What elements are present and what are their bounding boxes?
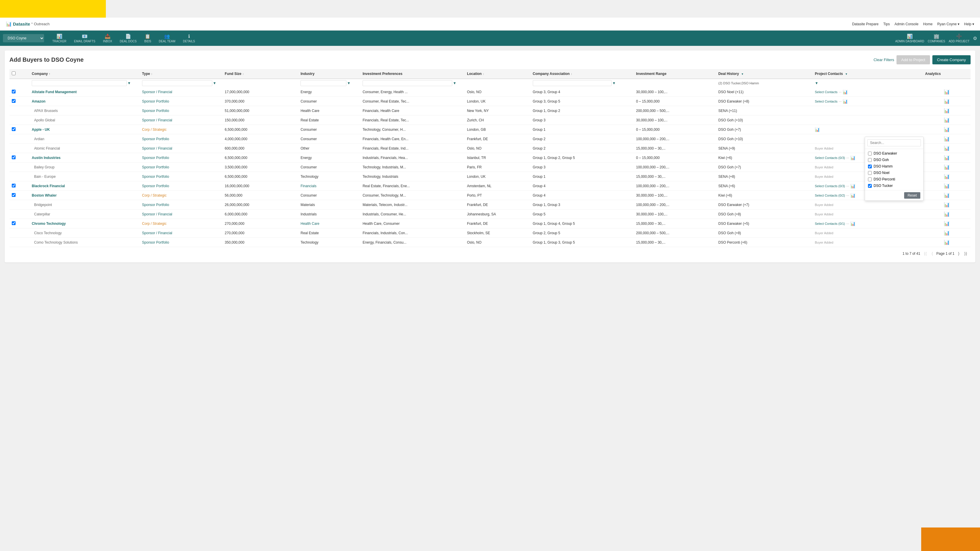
row-analytics[interactable]: 📊 bbox=[923, 106, 970, 116]
contacts-dots-menu[interactable]: ··· bbox=[838, 90, 842, 94]
nav-tracker[interactable]: 📊 TRACKER bbox=[49, 32, 70, 44]
filter-company-input[interactable] bbox=[32, 80, 127, 86]
row-checkbox[interactable] bbox=[12, 90, 16, 94]
dropdown-item-perconti[interactable]: DSO Perconti bbox=[865, 176, 923, 183]
row-checkbox[interactable] bbox=[12, 156, 16, 159]
deal-history-filter-icon[interactable] bbox=[741, 72, 744, 76]
select-contacts-link[interactable]: Select Contacts (0/2) bbox=[815, 194, 845, 197]
row-analytics[interactable]: 📊 bbox=[923, 200, 970, 210]
dropdown-checkbox-perconti[interactable] bbox=[868, 178, 872, 181]
header-type[interactable]: Type bbox=[140, 69, 222, 79]
header-company[interactable]: Company bbox=[29, 69, 140, 79]
row-company[interactable]: Austin Industries bbox=[29, 153, 140, 162]
select-contacts-link[interactable]: Select Contacts (0/3) bbox=[815, 184, 845, 188]
pagination-next[interactable]: ⟩ bbox=[957, 251, 961, 257]
row-analytics[interactable]: 📊 bbox=[923, 116, 970, 125]
company-sort-icon[interactable] bbox=[49, 72, 50, 76]
nav-help[interactable]: Help ▾ bbox=[964, 22, 974, 26]
nav-user[interactable]: Ryan Coyne ▾ bbox=[937, 22, 959, 26]
analytics-icon[interactable]: 📊 bbox=[944, 202, 950, 207]
row-checkbox[interactable] bbox=[12, 193, 16, 197]
nav-companies[interactable]: 🏢 COMPANIES bbox=[928, 33, 945, 43]
dropdown-reset-button[interactable]: Reset bbox=[904, 192, 920, 198]
filter-company-funnel[interactable]: ▼ bbox=[127, 81, 131, 85]
nav-email-drafts[interactable]: 📧 EMAIL DRAFTS bbox=[70, 32, 99, 44]
analytics-icon[interactable]: 📊 bbox=[944, 183, 950, 188]
contacts-dots-menu[interactable]: ··· bbox=[846, 222, 849, 226]
analytics-icon[interactable]: 📊 bbox=[944, 174, 950, 179]
dropdown-checkbox-noel[interactable] bbox=[868, 171, 872, 175]
nav-details[interactable]: ℹ DETAILS bbox=[179, 32, 199, 44]
location-sort-icon[interactable] bbox=[482, 72, 484, 76]
create-company-button[interactable]: Create Company bbox=[932, 55, 970, 64]
analytics-icon[interactable]: 📊 bbox=[944, 193, 950, 198]
nav-tips[interactable]: Tips bbox=[883, 22, 890, 26]
row-checkbox[interactable] bbox=[12, 99, 16, 103]
analytics-icon[interactable]: 📊 bbox=[944, 146, 950, 151]
filter-industry-funnel[interactable]: ▼ bbox=[347, 81, 350, 85]
assoc-sort-icon[interactable] bbox=[571, 72, 572, 76]
nav-home[interactable]: Home bbox=[923, 22, 933, 26]
fund-sort-icon[interactable] bbox=[242, 72, 244, 76]
pagination-last[interactable]: ⟩⟩ bbox=[963, 251, 968, 257]
select-contacts-link[interactable]: Select Contacts (0/3) bbox=[815, 156, 845, 160]
row-analytics[interactable]: 📊 bbox=[923, 238, 970, 247]
analytics-icon[interactable]: 📊 bbox=[944, 155, 950, 160]
pagination-prev[interactable]: ⟨ bbox=[930, 251, 934, 257]
filter-company-assoc-funnel[interactable]: ▼ bbox=[612, 81, 616, 85]
add-to-project-button[interactable]: Add to Project bbox=[897, 55, 930, 64]
analytics-icon[interactable]: 📊 bbox=[944, 127, 950, 132]
dropdown-item-noel[interactable]: DSO Noel bbox=[865, 170, 923, 176]
nav-bids[interactable]: 📋 BIDS bbox=[141, 32, 155, 44]
analytics-icon[interactable]: 📊 bbox=[944, 108, 950, 113]
nav-inbox[interactable]: 📥 INBOX bbox=[99, 32, 116, 44]
analytics-chart-icon[interactable]: 📊 bbox=[850, 221, 855, 226]
nav-admin-dashboard[interactable]: 📊 ADMIN DASHBOARD bbox=[895, 33, 924, 43]
header-industry[interactable]: Industry bbox=[298, 69, 360, 79]
analytics-chart-icon[interactable]: 📊 bbox=[843, 90, 848, 94]
nav-deal-docs[interactable]: 📄 DEAL DOCS bbox=[116, 32, 140, 44]
header-company-assoc[interactable]: Company Association bbox=[530, 69, 634, 79]
row-company[interactable]: Apple - UK bbox=[29, 125, 140, 134]
contacts-dots-menu[interactable]: ··· bbox=[838, 99, 842, 103]
clear-filters-button[interactable]: Clear Filters bbox=[873, 57, 894, 62]
analytics-icon[interactable]: 📊 bbox=[944, 221, 950, 226]
header-fund-size[interactable]: Fund Size bbox=[222, 69, 298, 79]
select-all-checkbox[interactable] bbox=[12, 71, 16, 75]
analytics-chart-icon[interactable]: 📊 bbox=[850, 184, 855, 188]
row-company[interactable]: Blackrock Financial bbox=[29, 181, 140, 191]
row-analytics[interactable]: 📊 bbox=[923, 162, 970, 172]
row-company[interactable]: Allstate Fund Management bbox=[29, 87, 140, 97]
pagination-first[interactable]: ⟨⟨ bbox=[923, 251, 928, 257]
row-checkbox[interactable] bbox=[12, 221, 16, 225]
dropdown-checkbox-goh[interactable] bbox=[868, 158, 872, 162]
analytics-icon[interactable]: 📊 bbox=[944, 240, 950, 245]
analytics-chart-icon[interactable]: 📊 bbox=[850, 156, 855, 160]
header-analytics[interactable]: Analytics bbox=[923, 69, 970, 79]
dropdown-item-hamm[interactable]: DSO Hamm bbox=[865, 163, 923, 170]
row-checkbox[interactable] bbox=[12, 184, 16, 187]
analytics-chart-icon[interactable]: 📊 bbox=[815, 127, 820, 132]
row-company[interactable]: Chromo Technology bbox=[29, 219, 140, 228]
dropdown-item-tucker[interactable]: DSO Tucker bbox=[865, 183, 923, 189]
filter-company-assoc-input[interactable] bbox=[533, 80, 612, 86]
nav-admin-console[interactable]: Admin Console bbox=[894, 22, 918, 26]
dropdown-checkbox-tucker[interactable] bbox=[868, 184, 872, 188]
select-contacts-link[interactable]: Select Contacts bbox=[815, 100, 837, 103]
dropdown-checkbox-hamm[interactable] bbox=[868, 165, 872, 168]
row-checkbox[interactable] bbox=[12, 127, 16, 131]
dropdown-search-input[interactable] bbox=[867, 139, 921, 146]
header-location[interactable]: Location bbox=[465, 69, 530, 79]
contacts-dots-menu[interactable]: ··· bbox=[846, 194, 849, 197]
contacts-dots-menu[interactable]: ··· bbox=[846, 156, 849, 160]
row-analytics[interactable]: 📊 bbox=[923, 181, 970, 191]
dropdown-item-goh[interactable]: DSO Goh bbox=[865, 157, 923, 163]
header-project-contacts[interactable]: Project Contacts bbox=[812, 69, 923, 79]
dropdown-item-earwaker[interactable]: DSO Earwaker bbox=[865, 150, 923, 157]
row-analytics[interactable]: 📊 bbox=[923, 153, 970, 162]
analytics-icon[interactable]: 📊 bbox=[944, 89, 950, 94]
nav-datasite-prepare[interactable]: Datasite Prepare bbox=[852, 22, 878, 26]
row-analytics[interactable]: 📊 bbox=[923, 125, 970, 134]
row-company[interactable]: Amazon bbox=[29, 97, 140, 106]
row-analytics[interactable]: 📊 bbox=[923, 87, 970, 97]
